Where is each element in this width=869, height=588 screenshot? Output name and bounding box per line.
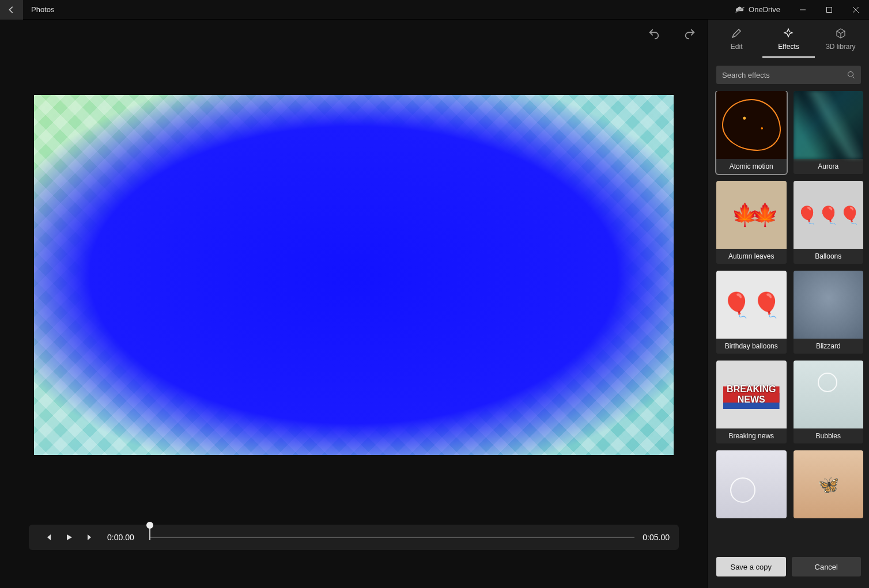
effects-grid[interactable]: Atomic motion Aurora Autumn leaves Ballo… <box>708 91 869 550</box>
effect-aurora[interactable]: Aurora <box>794 91 864 174</box>
minimize-button[interactable] <box>789 0 816 20</box>
play-icon <box>65 533 73 541</box>
minimize-icon <box>799 6 806 13</box>
tab-3d-label: 3D library <box>826 43 855 51</box>
effect-label: Birthday balloons <box>716 339 787 354</box>
search-placeholder: Search effects <box>722 71 847 79</box>
onedrive-label: OneDrive <box>749 5 780 14</box>
preview-effect-overlay <box>34 95 674 455</box>
app-title: Photos <box>31 5 54 14</box>
redo-button[interactable] <box>683 28 696 40</box>
total-time: 0:05.00 <box>643 533 670 542</box>
effect-birthday-balloons[interactable]: Birthday balloons <box>716 271 787 354</box>
tab-effects[interactable]: Effects <box>762 24 814 58</box>
effect-thumbnail <box>716 271 787 339</box>
effect-autumn-leaves[interactable]: Autumn leaves <box>716 181 787 264</box>
titlebar: Photos OneDrive <box>0 0 869 20</box>
effect-thumbnail <box>716 181 787 249</box>
tab-edit-label: Edit <box>731 43 743 51</box>
maximize-icon <box>826 6 833 13</box>
timeline-track[interactable] <box>149 537 635 538</box>
svg-rect-2 <box>827 7 832 12</box>
maximize-button[interactable] <box>816 0 842 20</box>
sidebar-tabs: Edit Effects 3D library <box>708 20 869 58</box>
effect-label: Aurora <box>794 159 864 174</box>
close-icon <box>852 6 859 13</box>
tab-3d-library[interactable]: 3D library <box>815 24 867 58</box>
effect-atomic-motion[interactable]: Atomic motion <box>716 91 787 174</box>
effect-breaking-news[interactable]: Breaking news <box>716 361 787 443</box>
effect-label: Bubbles <box>794 428 864 443</box>
search-icon <box>847 71 855 79</box>
undo-button[interactable] <box>648 28 660 40</box>
sparkle-icon <box>783 28 794 39</box>
playback-bar: 0:00.00 0:05.00 <box>29 525 679 550</box>
effect-blizzard[interactable]: Blizzard <box>794 271 864 354</box>
main-canvas-area: 0:00.00 0:05.00 <box>0 20 708 588</box>
close-button[interactable] <box>842 0 869 20</box>
prev-frame-button[interactable] <box>38 533 59 541</box>
effect-label: Balloons <box>794 249 864 264</box>
effect-label: Autumn leaves <box>716 249 787 264</box>
play-button[interactable] <box>59 533 80 541</box>
step-forward-icon <box>86 533 94 541</box>
sidebar-footer: Save a copy Cancel <box>708 550 869 588</box>
effects-sidebar: Edit Effects 3D library Search effects A… <box>708 20 869 588</box>
redo-icon <box>683 28 696 40</box>
save-button[interactable]: Save a copy <box>716 557 786 576</box>
onedrive-status[interactable]: OneDrive <box>735 5 780 14</box>
effect-thumbnail <box>716 91 787 159</box>
effect-label: Blizzard <box>794 339 864 354</box>
effect-thumbnail <box>794 271 864 339</box>
svg-point-3 <box>848 72 853 77</box>
effect-label: Breaking news <box>716 428 787 443</box>
search-input[interactable]: Search effects <box>716 66 861 84</box>
effect-thumbnail <box>716 450 787 518</box>
effect-thumbnail <box>794 450 864 518</box>
effect-balloons[interactable]: Balloons <box>794 181 864 264</box>
effect-partial-1[interactable] <box>716 450 787 518</box>
current-time: 0:00.00 <box>107 533 134 542</box>
cube-icon <box>835 28 847 39</box>
effect-bubbles[interactable]: Bubbles <box>794 361 864 443</box>
effect-thumbnail <box>716 361 787 428</box>
tab-effects-label: Effects <box>778 43 799 51</box>
video-preview[interactable] <box>34 95 674 455</box>
timeline-playhead[interactable] <box>149 526 150 540</box>
effect-label: Atomic motion <box>716 159 787 174</box>
cancel-button[interactable]: Cancel <box>792 557 862 576</box>
undo-icon <box>648 28 660 40</box>
back-button[interactable] <box>0 0 23 20</box>
cloud-icon <box>735 6 745 13</box>
effect-thumbnail <box>794 181 864 249</box>
svg-line-4 <box>853 77 855 78</box>
arrow-left-icon <box>7 6 16 14</box>
step-back-icon <box>44 533 52 541</box>
effect-partial-2[interactable] <box>794 450 864 518</box>
next-frame-button[interactable] <box>80 533 100 541</box>
effect-thumbnail <box>794 361 864 428</box>
tab-edit[interactable]: Edit <box>711 24 762 58</box>
effect-thumbnail <box>794 91 864 159</box>
pencil-icon <box>731 28 742 39</box>
